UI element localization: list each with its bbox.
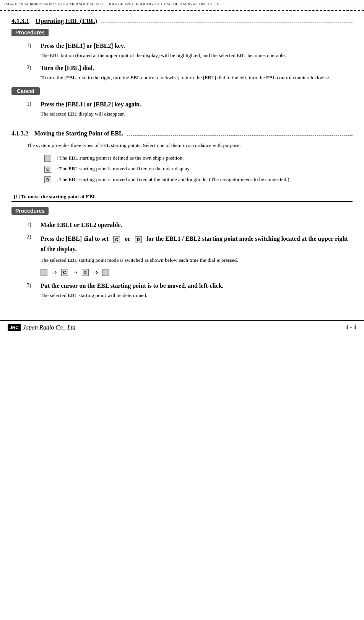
step-1-num: 1) (27, 42, 38, 49)
c-icon: C (44, 166, 51, 173)
s2-step-3-title: Put the cursor on the EBL starting point… (41, 282, 223, 289)
cancel-step-1-title: Press the [EBL1] or [EBL2] key again. (41, 101, 141, 108)
bullet-text-2: : The EBL starting point is moved and fi… (57, 165, 190, 173)
s2-step-3-num: 3) (27, 282, 38, 289)
bullet-icon-plain (42, 155, 54, 162)
seq-c-icon: C (61, 269, 68, 276)
cancel-badge: Cancel (11, 87, 40, 95)
breadcrumb: JMA-9172-SA Instruction Manual > 4.MEASU… (0, 0, 364, 8)
procedures-badge-2: Procedures (11, 207, 49, 215)
page-number: 4－4 (346, 324, 356, 331)
step2-body-text: The selected EBL starting point mode is … (41, 256, 353, 264)
s2-step-1-container: 1) Make EBL1 or EBL2 operable. (27, 222, 353, 228)
step-2-title: Turn the [EBL] dial. (41, 65, 94, 72)
footer-logo: JRC Japan Radio Co., Ltd. (8, 324, 77, 331)
s2-step-2-container: 2) Press the [EBL] dial to set C or D fo… (27, 234, 353, 277)
cancel-step-1-num: 1) (27, 101, 38, 107)
footer: JRC Japan Radio Co., Ltd. 4－4 (0, 320, 364, 334)
s2-step-2-body: The selected EBL starting point mode is … (41, 256, 353, 277)
step-2-container: 2) Turn the [EBL] dial. To turn the [EBL… (27, 65, 353, 82)
bullet-icon-d: D (42, 176, 54, 183)
section-413-title: Operating EBL (EBL) (36, 17, 98, 26)
s2-step-2-num: 2) (27, 234, 38, 240)
step-2-body: To turn the [EBL] dial to the right, tur… (41, 74, 353, 82)
s2-step-3-body: The selected EBL starting point will be … (41, 292, 353, 299)
step-1-body: The EBL button (located at the upper rig… (41, 52, 353, 59)
subsection-title-bar: [1] To move the starting point of EBL (11, 192, 353, 202)
section-4132-number: 4.1.3.2 (11, 130, 28, 138)
bullet-text-1: : The EBL starting point is defined as t… (57, 154, 184, 162)
cancel-step-1-container: 1) Press the [EBL1] or [EBL2] key again.… (27, 101, 353, 118)
step-2-num: 2) (27, 65, 38, 71)
company-name: Japan Radio Co., Ltd. (23, 324, 77, 331)
cancel-step-1-body: The selected EBL display will disappear. (41, 110, 353, 118)
plain-icon (44, 155, 51, 162)
procedures-badge-1: Procedures (11, 29, 49, 36)
step2-c-icon: C (113, 236, 120, 243)
subsection-title-text: [1] To move the starting point of EBL (14, 194, 96, 199)
section-413-number: 4.1.3.1 (11, 17, 29, 26)
seq-d-icon: D (82, 269, 89, 276)
s2-step-1-num: 1) (27, 222, 38, 228)
bullet-row-2: C : The EBL starting point is moved and … (42, 165, 353, 173)
s2-step-3-container: 3) Put the cursor on the EBL starting po… (27, 282, 353, 299)
bullet-icon-c: C (42, 166, 54, 173)
arrow-1: ⇒ (52, 268, 57, 277)
top-dashed-divider (0, 10, 364, 11)
step-1-title: Press the [EBL1] or [EBL2] key. (41, 42, 125, 49)
d-icon: D (44, 176, 51, 183)
s2-step-1-title: Make EBL1 or EBL2 operable. (41, 222, 122, 228)
section-4132-intro: The system provides three types of EBL s… (27, 142, 353, 150)
step-1-container: 1) Press the [EBL1] or [EBL2] key. The E… (27, 42, 353, 59)
bullet-text-3: : The EBL starting point is moved and fi… (57, 176, 289, 183)
step2-or-text: or (125, 235, 130, 242)
bullet-row-3: D : The EBL starting point is moved and … (42, 176, 353, 183)
arrow-3: ⇒ (93, 268, 98, 277)
seq-plain-icon-2 (102, 269, 109, 276)
step2-prefix-text: Press the [EBL] dial to set (41, 235, 109, 242)
arrow-2: ⇒ (72, 268, 77, 277)
seq-plain-icon (41, 269, 47, 276)
jrc-label: JRC (8, 324, 21, 331)
mode-sequence: ⇒ C ⇒ D ⇒ (41, 268, 353, 277)
section-4132-title: Moving the Starting Point of EBL (34, 130, 123, 138)
bullet-row-1: : The EBL starting point is defined as t… (42, 154, 353, 162)
step2-d-icon: D (135, 236, 142, 243)
